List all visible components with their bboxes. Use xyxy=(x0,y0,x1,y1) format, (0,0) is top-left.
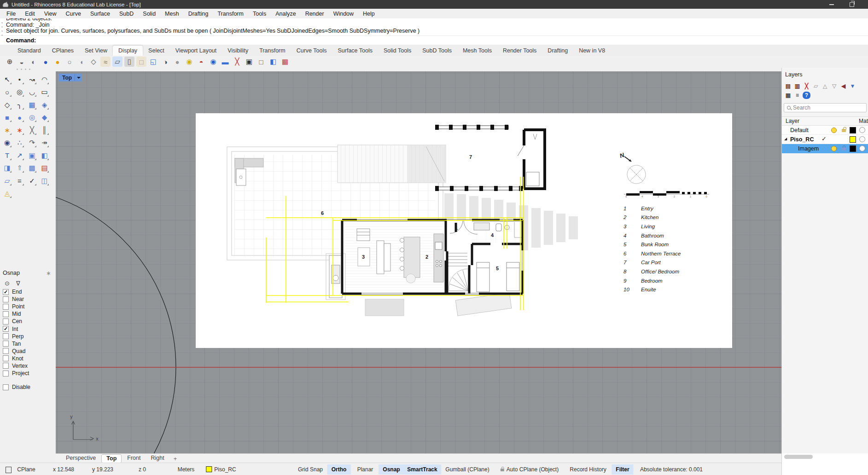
tool-icon[interactable]: ○ xyxy=(1,86,13,99)
tool-icon[interactable]: ● xyxy=(13,111,26,124)
checkbox[interactable] xyxy=(3,341,9,347)
toolbar-tab[interactable]: SubD Tools xyxy=(417,46,457,56)
toolbar-tab[interactable]: Select xyxy=(143,46,170,56)
osnap-option[interactable]: Point xyxy=(0,303,56,310)
menu-item[interactable]: Curve xyxy=(61,10,86,18)
osnap-option[interactable]: Knot xyxy=(0,355,56,362)
toolbar-icon[interactable]: □ xyxy=(256,57,266,67)
status-item[interactable]: Piso_RC xyxy=(206,466,236,473)
toolbar-tab[interactable]: Display xyxy=(113,46,143,56)
osnap-option[interactable]: Near xyxy=(0,295,56,303)
tool-icon[interactable]: ▦ xyxy=(26,98,38,111)
tool-icon[interactable]: ║ xyxy=(38,124,51,137)
floor-plan-sheet[interactable]: 1234567 N 543210 1 Entry 2 Kitchen xyxy=(196,113,732,348)
checkbox[interactable] xyxy=(3,333,9,339)
tool-icon[interactable]: ◠ xyxy=(38,73,51,86)
menu-item[interactable]: Edit xyxy=(20,10,40,18)
layers-hscrollbar[interactable] xyxy=(784,455,813,459)
layers-toolbar-icon[interactable]: ▤ xyxy=(784,82,792,90)
tool-icon[interactable]: T xyxy=(1,149,13,162)
layers-toolbar-icon[interactable]: ▦ xyxy=(784,92,792,99)
status-item[interactable]: Record History xyxy=(570,466,606,473)
layers-toolbar-icon[interactable]: ? xyxy=(803,92,810,99)
toolbar-tab[interactable]: Render Tools xyxy=(497,46,542,56)
material-circle-icon[interactable] xyxy=(859,145,865,151)
toolbar-grip[interactable] xyxy=(17,69,30,70)
menu-item[interactable]: Analyze xyxy=(271,10,300,18)
toolbar-icon[interactable]: ▯ xyxy=(124,57,134,67)
menu-item[interactable]: Transform xyxy=(213,10,248,18)
menu-item[interactable]: Window xyxy=(329,10,358,18)
checkbox[interactable] xyxy=(3,289,9,295)
toolbar-icon[interactable]: ● xyxy=(172,57,182,67)
toolbar-tab[interactable]: Drafting xyxy=(542,46,573,56)
viewport-top[interactable]: y x xyxy=(56,71,781,453)
osnap-option[interactable]: End xyxy=(0,288,56,295)
checkbox[interactable] xyxy=(3,326,9,332)
material-circle-icon[interactable] xyxy=(859,127,865,133)
toolbar-icon[interactable]: ▱ xyxy=(112,57,122,67)
layer-row[interactable]: ◢ Piso_RC ✓ xyxy=(782,135,868,144)
toolbar-icon[interactable]: ╳ xyxy=(232,57,242,67)
layers-toolbar-icon[interactable]: ▥ xyxy=(793,82,801,90)
toolbar-icon[interactable]: ▬ xyxy=(220,57,230,67)
layer-name[interactable]: Default xyxy=(790,127,809,133)
tool-icon[interactable]: ∗ xyxy=(13,124,26,137)
toolbar-icon[interactable]: ≈ xyxy=(100,57,111,67)
lock-icon[interactable] xyxy=(842,147,846,151)
toolbar-tab[interactable]: Curve Tools xyxy=(291,46,332,56)
chevron-down-icon[interactable] xyxy=(77,77,81,81)
status-item[interactable]: CPlane xyxy=(17,466,35,473)
tool-icon[interactable]: ↷ xyxy=(26,137,38,150)
menu-item[interactable]: Surface xyxy=(86,10,115,18)
viewport-tab[interactable]: Perspective xyxy=(61,454,100,462)
layer-name[interactable]: Imagem xyxy=(798,145,819,152)
tool-icon[interactable]: ↠ xyxy=(38,137,51,150)
tool-icon[interactable]: ◈ xyxy=(38,98,51,111)
viewport-tab[interactable]: Front xyxy=(122,454,145,462)
tool-icon[interactable]: ◆ xyxy=(38,111,51,124)
toolbar-icon[interactable]: ○ xyxy=(64,57,75,67)
tool-icon[interactable]: ◡ xyxy=(26,86,38,99)
menu-item[interactable]: Help xyxy=(358,10,379,18)
layer-name[interactable]: Piso_RC xyxy=(790,136,814,143)
layers-toolbar-icon[interactable]: ◀ xyxy=(839,82,847,90)
bulb-icon[interactable] xyxy=(831,127,837,133)
menu-item[interactable]: Solid xyxy=(138,10,160,18)
checkbox[interactable] xyxy=(3,384,9,390)
menu-item[interactable]: File xyxy=(2,10,20,18)
tool-icon[interactable]: ↖ xyxy=(1,73,13,86)
tool-icon[interactable]: ≡ xyxy=(13,174,26,187)
tool-icon[interactable]: ▣ xyxy=(26,149,38,162)
command-area[interactable]: Deleted 2 objects.Command: _JoinSelect o… xyxy=(0,18,868,45)
unlock-icon[interactable] xyxy=(842,129,846,132)
tool-icon[interactable]: ◉ xyxy=(1,137,13,150)
checkbox[interactable] xyxy=(3,355,9,361)
status-item[interactable]: Gumball (CPlane) xyxy=(445,466,489,473)
tool-icon[interactable]: ◎ xyxy=(26,111,38,124)
minimize-button[interactable] xyxy=(829,4,834,5)
toolbar-tab[interactable]: Visibility xyxy=(222,46,254,56)
tool-icon[interactable]: ◇ xyxy=(1,98,13,111)
toolbar-icon[interactable]: □ xyxy=(136,57,146,67)
filter-tab-icon[interactable]: ∇ xyxy=(16,280,20,287)
tool-icon[interactable]: ■ xyxy=(1,111,13,124)
layers-toolbar-icon[interactable]: ▽ xyxy=(830,82,838,90)
checkbox[interactable] xyxy=(3,348,9,354)
toolbar-icon[interactable]: ▦ xyxy=(280,57,290,67)
toolbar-icon[interactable]: ◉ xyxy=(184,57,194,67)
tool-icon[interactable]: ∗ xyxy=(1,124,13,137)
tool-icon[interactable]: ↝ xyxy=(26,73,38,86)
checkbox[interactable] xyxy=(3,311,9,317)
osnap-option[interactable]: Vertex xyxy=(0,362,56,370)
maximize-button[interactable] xyxy=(850,2,854,7)
tool-icon[interactable]: ◬ xyxy=(1,187,13,200)
toolbar-icon[interactable]: ▣ xyxy=(244,57,254,67)
osnap-option[interactable]: Quad xyxy=(0,348,56,355)
material-circle-icon[interactable] xyxy=(859,136,865,142)
viewport-tab[interactable]: Right xyxy=(146,454,169,462)
status-item[interactable]: Planar xyxy=(357,466,373,473)
toolbar-tab[interactable]: Surface Tools xyxy=(332,46,378,56)
status-item[interactable]: Grid Snap xyxy=(298,466,323,473)
layers-search-box[interactable]: Search xyxy=(784,103,867,112)
